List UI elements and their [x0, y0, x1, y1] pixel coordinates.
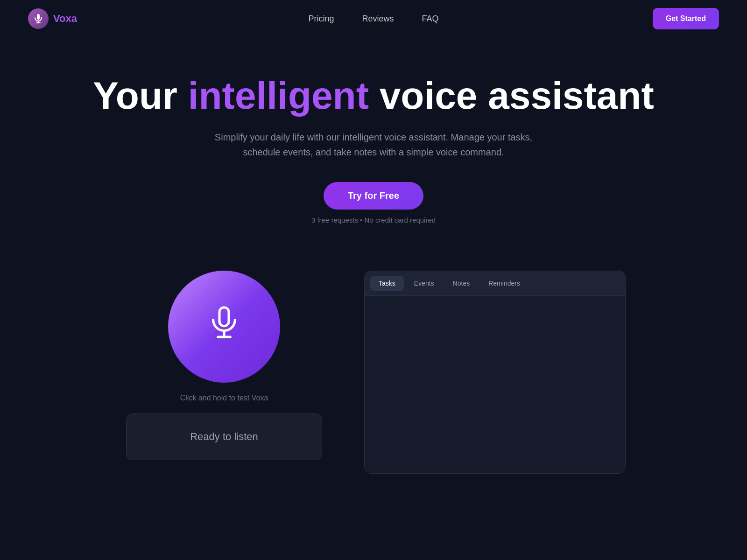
logo-area[interactable]: Voxa [28, 8, 77, 29]
nav-link-faq[interactable]: FAQ [422, 14, 439, 24]
hero-title-highlight: intelligent [188, 74, 369, 117]
panel-container: Tasks Events Notes Reminders [364, 271, 626, 474]
logo-icon [28, 8, 49, 29]
demo-section: Click and hold to test Voxa Ready to lis… [0, 243, 747, 474]
try-free-button[interactable]: Try for Free [324, 182, 423, 210]
panel-tabs: Tasks Events Notes Reminders [365, 271, 625, 296]
hero-title-suffix: voice assistant [369, 74, 654, 117]
brand-name: Voxa [53, 13, 77, 25]
mic-container: Click and hold to test Voxa Ready to lis… [121, 271, 327, 460]
mic-button[interactable] [168, 271, 280, 383]
hero-title: Your intelligent voice assistant [9, 75, 738, 117]
hero-subtitle: Simplify your daily life with our intell… [210, 130, 537, 160]
navbar: Voxa Pricing Reviews FAQ Get Started [0, 0, 747, 37]
mic-label: Click and hold to test Voxa [180, 394, 268, 402]
svg-rect-3 [219, 308, 229, 326]
microphone-icon [205, 304, 243, 349]
hero-section: Your intelligent voice assistant Simplif… [0, 37, 747, 243]
nav-link-pricing[interactable]: Pricing [308, 14, 334, 24]
get-started-button[interactable]: Get Started [653, 8, 719, 29]
tab-events[interactable]: Events [406, 276, 443, 291]
nav-links: Pricing Reviews FAQ [308, 14, 438, 24]
nav-link-reviews[interactable]: Reviews [362, 14, 394, 24]
status-text: Ready to listen [190, 431, 258, 442]
panel-content [365, 296, 625, 473]
tab-reminders[interactable]: Reminders [480, 276, 529, 291]
cta-section: Try for Free 3 free requests • No credit… [9, 182, 738, 224]
tab-tasks[interactable]: Tasks [370, 276, 404, 291]
svg-rect-0 [37, 14, 40, 20]
status-box: Ready to listen [126, 413, 322, 460]
cta-note: 3 free requests • No credit card require… [311, 216, 436, 224]
hero-title-prefix: Your [93, 74, 188, 117]
tab-notes[interactable]: Notes [444, 276, 479, 291]
